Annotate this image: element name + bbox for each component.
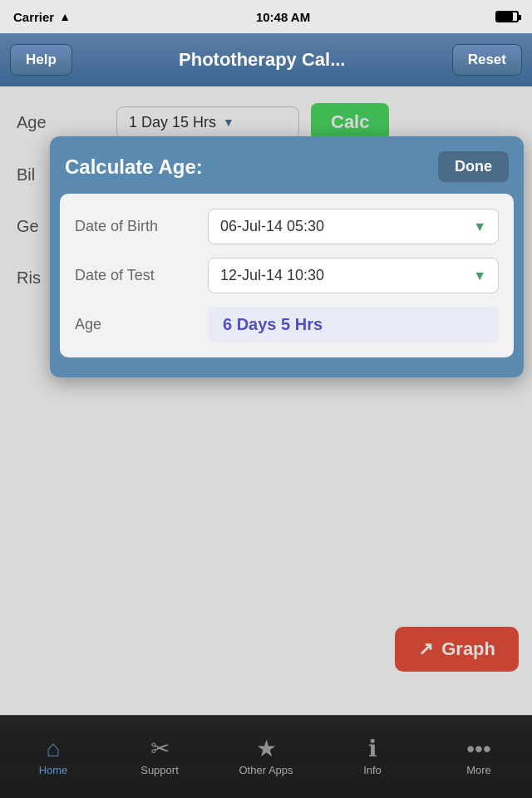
dot-row: Date of Test 12-Jul-14 10:30 ▼ (75, 258, 499, 293)
tab-home-label: Home (39, 764, 68, 776)
calculate-age-popup: Calculate Age: Done Date of Birth 06-Jul… (50, 136, 524, 377)
status-bar: Carrier ▲ 10:48 AM (0, 0, 532, 33)
time-display: 10:48 AM (256, 10, 310, 24)
popup-header: Calculate Age: Done (50, 136, 524, 194)
tab-support-label: Support (140, 764, 179, 776)
content-area: Age 1 Day 15 Hrs ▼ Calc Bil Ge Ris Calcu… (0, 86, 532, 765)
wifi-icon: ▲ (59, 10, 71, 23)
dot-dropdown-arrow-icon: ▼ (473, 268, 486, 283)
age-result-row: Age 6 Days 5 Hrs (75, 307, 499, 342)
carrier-label: Carrier ▲ (13, 10, 71, 24)
popup-title: Calculate Age: (65, 155, 203, 179)
battery-icon (495, 11, 519, 22)
tab-info-label: Info (363, 764, 382, 776)
reset-button[interactable]: Reset (452, 44, 522, 76)
age-result-label: Age (75, 316, 208, 333)
dot-value: 12-Jul-14 10:30 (220, 267, 324, 284)
tab-more-label: More (466, 764, 491, 776)
page-title: Phototherapy Cal... (72, 49, 452, 71)
dob-row: Date of Birth 06-Jul-14 05:30 ▼ (75, 209, 499, 244)
popup-inner: Date of Birth 06-Jul-14 05:30 ▼ Date of … (60, 194, 514, 357)
age-result-value: 6 Days 5 Hrs (208, 307, 499, 342)
nav-bar: Help Phototherapy Cal... Reset (0, 33, 532, 86)
tab-other-apps-label: Other Apps (239, 764, 293, 776)
done-button[interactable]: Done (438, 151, 509, 182)
dot-label: Date of Test (75, 267, 208, 284)
dot-dropdown[interactable]: 12-Jul-14 10:30 ▼ (208, 258, 499, 293)
carrier-text: Carrier (13, 10, 54, 24)
dob-value: 06-Jul-14 05:30 (220, 218, 324, 235)
dob-label: Date of Birth (75, 218, 208, 235)
dob-dropdown-arrow-icon: ▼ (473, 219, 486, 234)
help-button[interactable]: Help (10, 44, 72, 76)
dob-dropdown[interactable]: 06-Jul-14 05:30 ▼ (208, 209, 499, 244)
